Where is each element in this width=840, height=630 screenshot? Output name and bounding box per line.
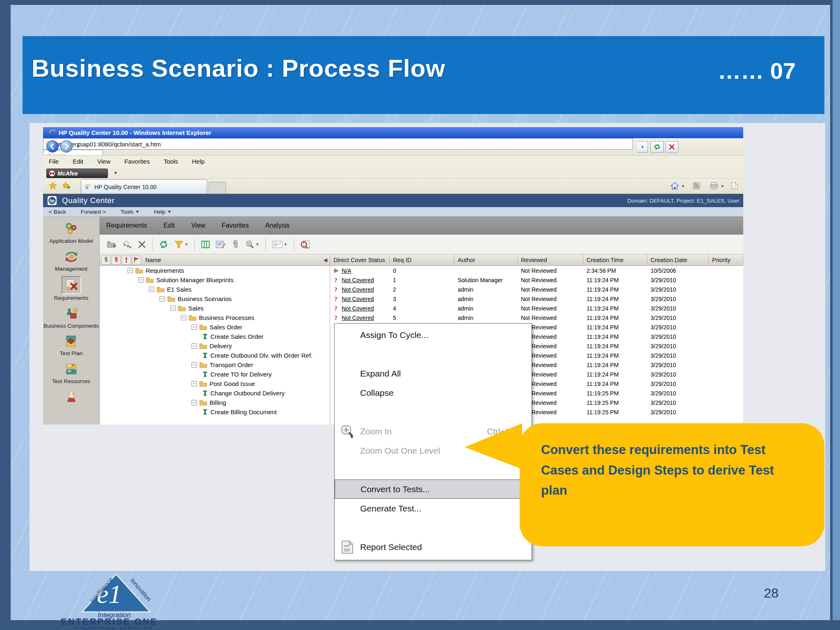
browser-title-bar[interactable]: e HP Quality Center 10.00 - Windows Inte…	[43, 127, 743, 138]
browser-menu-item[interactable]: Tools	[164, 158, 178, 165]
home-caret-icon[interactable]: ▼	[681, 184, 685, 188]
expand-collapse-icon[interactable]: −	[192, 381, 197, 386]
zoom-tool-button[interactable]: ▼	[242, 237, 262, 252]
dropdown-caret-icon[interactable]: ▼	[256, 242, 259, 247]
context-menu-item-generate-test[interactable]: Generate Test...	[335, 499, 532, 518]
column-header-reviewed[interactable]: Reviewed	[518, 254, 583, 265]
forward-button[interactable]	[60, 140, 73, 153]
alert-icon[interactable]	[122, 256, 131, 265]
tree-node-label[interactable]: Delivery	[210, 342, 232, 349]
sidebar-item-test-plan[interactable]: Test Plan	[43, 333, 99, 357]
tree-row[interactable]: Create Billing Document	[100, 407, 330, 417]
address-dropdown-button[interactable]: ▼	[637, 141, 648, 153]
tree-node-label[interactable]: Business Processes	[199, 314, 254, 321]
expand-collapse-icon[interactable]: −	[149, 287, 154, 292]
dropdown-caret-icon[interactable]: ▼	[185, 242, 188, 247]
add-favorite-star-plus-icon[interactable]	[62, 182, 70, 190]
expand-collapse-icon[interactable]: −	[128, 268, 133, 273]
tree-row[interactable]: Create TO for Delivery	[100, 370, 330, 379]
filter-button[interactable]: ▼	[171, 237, 191, 252]
tree-node-label[interactable]: Create Sales Order	[210, 333, 263, 340]
sidebar-item-requirements[interactable]: Requirements	[43, 276, 99, 301]
address-bar[interactable]: e	[43, 138, 633, 150]
address-input[interactable]	[55, 140, 632, 148]
table-row[interactable]: ?Not Covered1Solution ManagerNot Reviewe…	[330, 275, 743, 285]
expand-collapse-icon[interactable]: −	[138, 277, 144, 283]
table-row[interactable]: ?Not Covered4adminNot Reviewed11:19:24 P…	[330, 304, 743, 313]
browser-menu-item[interactable]: Help	[192, 158, 205, 165]
cell-status[interactable]: ?Not Covered	[330, 304, 390, 313]
back-button[interactable]	[46, 140, 59, 153]
sidebar-item-business-components[interactable]: Business Components	[43, 306, 99, 329]
tree-node-label[interactable]: Post Good Issue	[210, 380, 255, 387]
context-menu-item[interactable]	[335, 518, 532, 537]
tree-node-label[interactable]: Create TO for Delivery	[210, 371, 272, 378]
tree-row[interactable]: − E1 Sales	[100, 285, 330, 294]
column-header-direct-cover-status[interactable]: Direct Cover Status	[330, 254, 390, 265]
tree-row[interactable]: − Business Scenarios	[100, 294, 330, 304]
expand-collapse-icon[interactable]: −	[192, 324, 197, 330]
table-row[interactable]: N/A0Not Reviewed2:34:58 PM10/5/2006	[330, 266, 743, 275]
expand-collapse-icon[interactable]: −	[192, 362, 197, 368]
table-row[interactable]: ?Not Covered5adminNot Reviewed11:19:24 P…	[330, 313, 743, 322]
sidebar-item-partial[interactable]	[43, 388, 99, 406]
attachment-button[interactable]	[228, 237, 242, 252]
qc-module-menu-item[interactable]: Favorites	[222, 222, 249, 229]
context-menu-item-report-selected[interactable]: Report Selected	[335, 537, 532, 557]
collapse-pane-arrow-icon[interactable]: ◀	[324, 257, 327, 263]
mcafee-button[interactable]: McAfee	[46, 169, 108, 178]
cell-status[interactable]: ?Not Covered	[330, 285, 390, 294]
details-button[interactable]	[213, 237, 228, 252]
tree-row[interactable]: − Delivery	[100, 341, 330, 351]
sidebar-item-management[interactable]: Management	[43, 249, 99, 272]
context-menu-item-convert-to-tests[interactable]: Convert to Tests...	[335, 479, 532, 499]
context-menu-item[interactable]	[335, 402, 532, 422]
cell-status[interactable]: ?Not Covered	[330, 313, 390, 322]
page-icon[interactable]	[731, 182, 738, 189]
tree-row[interactable]: − Business Processes	[100, 313, 330, 322]
column-header-priority[interactable]: Priority	[709, 254, 743, 265]
tree-node-label[interactable]: Sales Order	[210, 324, 242, 331]
cell-status[interactable]: N/A	[330, 266, 390, 275]
tree-row[interactable]: − Requirements	[100, 266, 330, 275]
mcafee-dropdown-caret-icon[interactable]: ▼	[114, 171, 118, 175]
home-icon[interactable]	[671, 182, 679, 189]
tree-row[interactable]: Change Outbound Delivery	[100, 388, 330, 398]
refresh-button[interactable]	[156, 237, 171, 252]
context-menu-item-assign-to-cycle[interactable]: Assign To Cycle...	[335, 325, 532, 345]
tree-node-label[interactable]: Create Outbound Dlv. with Order Ref.	[210, 352, 313, 359]
tree-node-label[interactable]: E1 Sales	[167, 286, 192, 293]
qc-module-menu-item[interactable]: View	[191, 222, 205, 229]
tree-node-label[interactable]: Create Billing Document	[210, 409, 277, 415]
stop-button[interactable]	[665, 141, 678, 153]
sidebar-item-application-model[interactable]: Application Model	[43, 221, 99, 244]
tree-node-label[interactable]: Business Scenarios	[178, 295, 232, 302]
context-menu-item[interactable]	[335, 460, 532, 479]
attachment-red-icon[interactable]	[112, 256, 121, 265]
table-header-row[interactable]: Direct Cover StatusReq IDAuthorReviewedC…	[330, 254, 743, 266]
tree-node-label[interactable]: Billing	[210, 399, 226, 406]
context-menu-item[interactable]	[335, 345, 532, 364]
tree-row[interactable]: − Sales	[100, 304, 330, 313]
add-folder-button[interactable]	[104, 237, 119, 252]
tree-node-label[interactable]: Requirements	[146, 267, 184, 274]
add-child-button[interactable]	[119, 237, 135, 252]
qc-nav-item[interactable]: < Back	[49, 209, 66, 215]
delete-button[interactable]	[135, 237, 149, 252]
sidebar-item-test-resources[interactable]: Test Resources	[43, 361, 99, 385]
column-header-req-id[interactable]: Req ID	[390, 254, 454, 265]
print-icon[interactable]	[710, 182, 718, 189]
table-row[interactable]: ?Not Covered3adminNot Reviewed11:19:24 P…	[330, 294, 743, 304]
column-header-author[interactable]: Author	[454, 254, 518, 265]
expand-collapse-icon[interactable]: −	[170, 306, 176, 311]
feed-icon[interactable]	[693, 182, 700, 189]
expand-collapse-icon[interactable]: −	[181, 315, 186, 320]
expand-collapse-icon[interactable]: −	[192, 400, 197, 405]
column-header-creation-time[interactable]: Creation Time	[583, 254, 647, 265]
columns-button[interactable]	[198, 237, 213, 252]
cell-status[interactable]: ?Not Covered	[330, 275, 390, 285]
qc-nav-item[interactable]: Forward >	[81, 209, 106, 215]
new-tab-stub[interactable]	[209, 182, 226, 194]
tree-row[interactable]: Create Outbound Dlv. with Order Ref.	[100, 351, 330, 360]
refresh-button[interactable]	[651, 141, 664, 153]
